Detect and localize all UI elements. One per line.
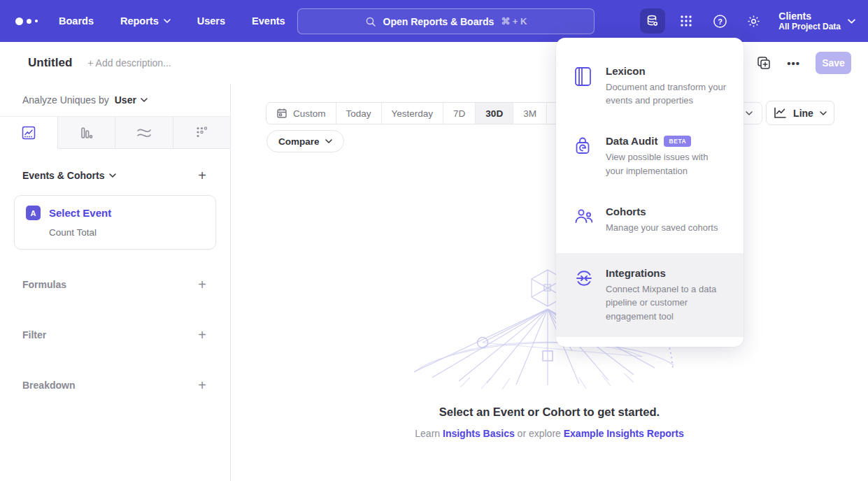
compare-label: Compare bbox=[278, 136, 320, 147]
example-reports-link[interactable]: Example Insights Reports bbox=[564, 428, 684, 439]
chart-type-label: Line bbox=[793, 108, 813, 119]
menu-item-title: Cohorts bbox=[606, 206, 646, 217]
calendar-icon bbox=[276, 108, 287, 119]
data-management-button[interactable] bbox=[640, 8, 665, 34]
apps-grid-button[interactable] bbox=[674, 8, 699, 34]
cohorts-icon bbox=[574, 206, 594, 234]
date-range-custom[interactable]: Custom bbox=[266, 103, 336, 124]
database-gear-icon bbox=[646, 14, 660, 28]
save-button[interactable]: Save bbox=[816, 52, 851, 74]
menu-item-description: Document and transform your events and p… bbox=[606, 80, 727, 107]
breakdown-header: Breakdown bbox=[22, 380, 75, 391]
more-options-button[interactable]: ••• bbox=[787, 57, 800, 69]
top-navbar: Boards Reports Users Events Open Reports… bbox=[0, 0, 868, 42]
project-scope: All Project Data bbox=[778, 22, 841, 31]
navbar-right: ? Clients All Project Data bbox=[640, 0, 855, 42]
empty-state-subtext: Learn Insights Basics or explore Example… bbox=[231, 428, 868, 439]
date-range-7d[interactable]: 7D bbox=[443, 103, 476, 124]
help-button[interactable]: ? bbox=[707, 8, 732, 34]
mixpanel-logo[interactable] bbox=[15, 17, 46, 25]
data-management-menu: Lexicon Document and transform your even… bbox=[556, 38, 744, 347]
nav-item-label: Users bbox=[197, 15, 225, 27]
analyze-by-selector[interactable]: User bbox=[115, 94, 148, 106]
menu-item-data-audit[interactable]: Data Audit BETA View possible issues wit… bbox=[556, 126, 744, 186]
settings-button[interactable] bbox=[741, 8, 766, 34]
events-cohorts-label: Events & Cohorts bbox=[22, 170, 104, 181]
beta-badge: BETA bbox=[664, 136, 691, 147]
menu-item-title: Data Audit bbox=[606, 135, 657, 147]
select-event-button[interactable]: Select Event bbox=[49, 207, 111, 219]
line-chart-icon bbox=[21, 125, 36, 141]
menu-item-title: Integrations bbox=[606, 267, 666, 279]
empty-state-heading: Select an Event or Cohort to get started… bbox=[231, 405, 868, 419]
learn-text: Learn bbox=[415, 428, 440, 439]
add-event-button[interactable]: + bbox=[198, 168, 206, 182]
nav-item-events[interactable]: Events bbox=[252, 15, 285, 27]
bar-chart-icon bbox=[78, 125, 94, 141]
analyze-value: User bbox=[115, 94, 136, 106]
chevron-down-icon bbox=[848, 19, 855, 24]
lexicon-icon bbox=[574, 65, 594, 107]
search-icon bbox=[365, 16, 376, 27]
nav-item-label: Boards bbox=[59, 15, 94, 27]
date-range-label: Custom bbox=[293, 108, 326, 119]
date-range-label: Today bbox=[346, 108, 371, 119]
chevron-down-icon bbox=[325, 139, 332, 143]
date-range-label: 3M bbox=[523, 108, 536, 119]
menu-item-description: Connect Mixpanel to a data pipeline or c… bbox=[606, 282, 727, 323]
menu-item-cohorts[interactable]: Cohorts Manage your saved cohorts bbox=[556, 196, 744, 243]
add-formula-button[interactable]: + bbox=[198, 278, 206, 292]
date-range-label: 30D bbox=[485, 108, 503, 119]
menu-item-lexicon[interactable]: Lexicon Document and transform your even… bbox=[556, 56, 744, 116]
nav-item-users[interactable]: Users bbox=[197, 15, 225, 27]
explore-text: or explore bbox=[518, 428, 561, 439]
filter-header: Filter bbox=[22, 329, 46, 340]
tab-insights[interactable] bbox=[0, 117, 58, 149]
event-letter-badge: A bbox=[26, 206, 41, 220]
nav-item-boards[interactable]: Boards bbox=[59, 15, 94, 27]
metric-icon bbox=[194, 125, 209, 141]
org-name: Clients bbox=[778, 10, 841, 22]
global-search-input[interactable]: Open Reports & Boards ⌘ + K bbox=[297, 8, 595, 34]
tab-metric[interactable] bbox=[173, 117, 231, 149]
tab-flow[interactable] bbox=[115, 117, 173, 149]
event-card[interactable]: A Select Event Count Total bbox=[14, 195, 216, 250]
chart-area: Custom Today Yesterday 7D 30D 3M 6M Comp… bbox=[231, 84, 868, 481]
report-title[interactable]: Untitled bbox=[28, 56, 72, 70]
grid-icon bbox=[680, 15, 692, 27]
nav-item-label: Events bbox=[252, 15, 285, 27]
flow-icon bbox=[136, 125, 152, 141]
tab-bar[interactable] bbox=[58, 117, 116, 149]
gear-icon bbox=[746, 14, 761, 29]
chevron-down-icon bbox=[141, 98, 148, 102]
date-range-3m[interactable]: 3M bbox=[513, 103, 547, 124]
analyze-label: Analyze Uniques by bbox=[22, 94, 109, 106]
add-filter-button[interactable]: + bbox=[198, 328, 206, 342]
formulas-header: Formulas bbox=[22, 279, 66, 290]
svg-text:?: ? bbox=[718, 17, 723, 25]
add-description-field[interactable]: + Add description... bbox=[87, 57, 171, 69]
copy-to-board-icon[interactable] bbox=[756, 55, 771, 71]
search-shortcut: ⌘ + K bbox=[501, 16, 527, 27]
project-selector[interactable]: Clients All Project Data bbox=[778, 10, 855, 31]
compare-dropdown[interactable]: Compare bbox=[266, 130, 344, 152]
chevron-down-icon bbox=[109, 173, 116, 178]
integrations-icon bbox=[574, 267, 594, 323]
date-range-today[interactable]: Today bbox=[336, 103, 382, 124]
query-builder-sidebar: Analyze Uniques by User bbox=[0, 84, 231, 481]
add-breakdown-button[interactable]: + bbox=[198, 378, 206, 392]
events-cohorts-header[interactable]: Events & Cohorts bbox=[22, 170, 116, 181]
nav-item-reports[interactable]: Reports bbox=[120, 15, 171, 27]
chart-type-dropdown[interactable]: Line bbox=[766, 101, 834, 125]
line-chart-icon bbox=[774, 107, 787, 119]
nav-item-label: Reports bbox=[120, 15, 159, 27]
date-range-label: 7D bbox=[453, 108, 465, 119]
menu-item-integrations[interactable]: Integrations Connect Mixpanel to a data … bbox=[556, 253, 744, 337]
insights-basics-link[interactable]: Insights Basics bbox=[443, 428, 515, 439]
event-measurement[interactable]: Count Total bbox=[49, 227, 204, 238]
nav-links: Boards Reports Users Events bbox=[59, 15, 285, 27]
help-icon: ? bbox=[713, 14, 727, 29]
date-range-control: Custom Today Yesterday 7D 30D 3M 6M bbox=[266, 102, 581, 124]
date-range-yesterday[interactable]: Yesterday bbox=[382, 103, 444, 124]
date-range-30d[interactable]: 30D bbox=[476, 103, 513, 124]
